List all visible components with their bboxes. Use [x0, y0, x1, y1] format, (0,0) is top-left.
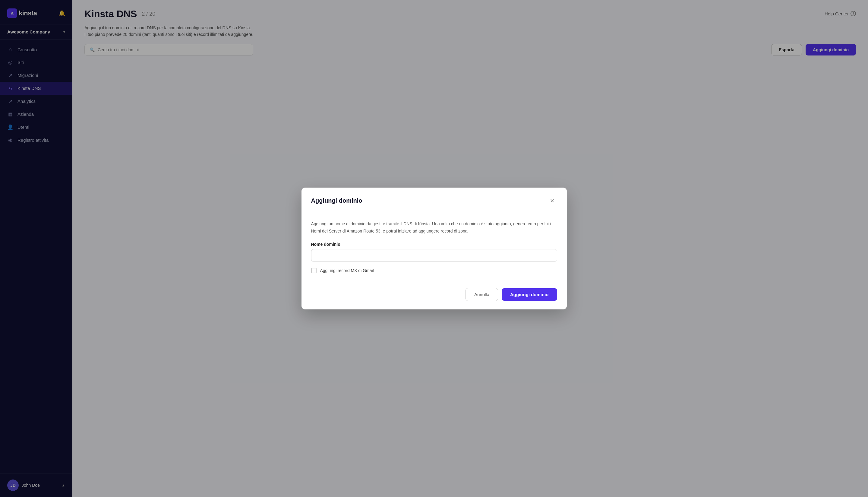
domain-name-input[interactable]	[311, 249, 557, 262]
gmail-mx-checkbox[interactable]	[311, 268, 317, 273]
modal-title: Aggiungi dominio	[311, 197, 362, 204]
modal-close-button[interactable]: ✕	[548, 196, 557, 206]
cancel-button[interactable]: Annulla	[465, 288, 498, 301]
add-domain-modal: Aggiungi dominio ✕ Aggiungi un nome di d…	[302, 188, 567, 310]
modal-description: Aggiungi un nome di dominio da gestire t…	[311, 221, 557, 235]
modal-body: Aggiungi un nome di dominio da gestire t…	[302, 212, 567, 282]
modal-footer: Annulla Aggiungi dominio	[302, 282, 567, 309]
modal-header: Aggiungi dominio ✕	[302, 188, 567, 212]
modal-overlay[interactable]: Aggiungi dominio ✕ Aggiungi un nome di d…	[0, 0, 868, 497]
gmail-mx-label: Aggiungi record MX di Gmail	[320, 268, 374, 273]
checkbox-row: Aggiungi record MX di Gmail	[311, 268, 557, 273]
modal-add-domain-button[interactable]: Aggiungi dominio	[502, 288, 557, 301]
domain-name-label: Nome dominio	[311, 242, 557, 247]
